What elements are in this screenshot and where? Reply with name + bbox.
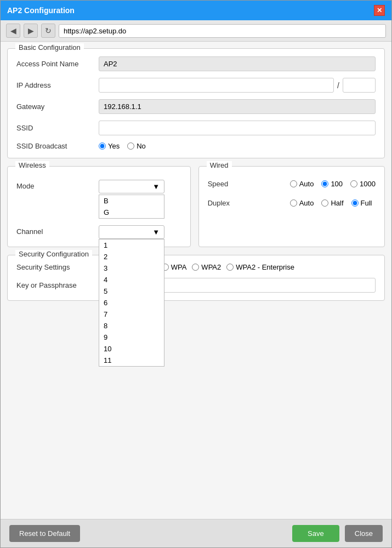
content-area: Basic Configuration Access Point Name IP… — [1, 42, 391, 519]
footer-right-buttons: Save Close — [292, 525, 383, 542]
channel-option-5[interactable]: 5 — [99, 286, 164, 297]
security-wpa-label[interactable]: WPA — [162, 263, 187, 271]
mode-option-b[interactable]: B — [99, 195, 164, 207]
security-wpa2-enterprise-radio[interactable] — [226, 264, 234, 271]
duplex-auto-text: Auto — [299, 199, 314, 207]
channel-row: Channel ▼ 1 2 3 4 5 — [16, 225, 181, 239]
speed-row: Speed Auto 100 — [208, 180, 376, 188]
channel-option-6[interactable]: 6 — [99, 297, 164, 309]
duplex-group: Auto Half Full — [290, 199, 372, 207]
channel-dropdown-list: 1 2 3 4 5 6 7 8 9 10 11 — [99, 239, 164, 367]
ssid-broadcast-yes-radio[interactable] — [99, 142, 106, 150]
ssid-broadcast-yes-text: Yes — [108, 142, 120, 150]
mode-option-g[interactable]: G — [99, 207, 164, 218]
mode-row: Mode ▼ B G — [16, 180, 181, 219]
ssid-broadcast-yes-label[interactable]: Yes — [99, 142, 120, 150]
ap-name-input[interactable] — [99, 56, 376, 71]
security-title: Security Configuration — [15, 250, 92, 258]
wireless-wired-row: Wireless Mode ▼ B G — [7, 166, 385, 247]
gateway-input[interactable] — [99, 99, 376, 114]
channel-option-1[interactable]: 1 — [99, 239, 164, 251]
wired-title: Wired — [207, 161, 232, 169]
channel-option-2[interactable]: 2 — [99, 251, 164, 262]
address-bar[interactable] — [59, 24, 386, 38]
security-wpa2-label[interactable]: WPA2 — [192, 263, 221, 271]
duplex-row: Duplex Auto Half — [208, 199, 376, 207]
duplex-auto-radio[interactable] — [290, 199, 297, 207]
main-window: AP2 Configuration ✕ ◀ ▶ ↻ Basic Configur… — [0, 0, 392, 548]
speed-auto-text: Auto — [299, 180, 314, 188]
ip-prefix-input[interactable] — [343, 78, 376, 93]
gateway-row: Gateway — [16, 99, 376, 114]
channel-label: Channel — [16, 225, 99, 236]
wireless-inner: Mode ▼ B G — [16, 174, 181, 239]
channel-option-11[interactable]: 11 — [99, 355, 164, 366]
duplex-full-label[interactable]: Full — [351, 199, 372, 207]
channel-option-3[interactable]: 3 — [99, 262, 164, 274]
basic-config-title: Basic Configuration — [15, 43, 84, 52]
speed-group: Auto 100 1000 — [290, 180, 376, 188]
mode-select-trigger[interactable]: ▼ — [99, 180, 164, 193]
security-section: Security Configuration Security Settings… — [7, 255, 385, 301]
ssid-broadcast-no-label[interactable]: No — [127, 142, 146, 150]
security-wpa2-enterprise-label[interactable]: WPA2 - Enterprise — [226, 263, 294, 271]
gateway-label: Gateway — [16, 102, 99, 111]
mode-dropdown-list: B G — [99, 195, 164, 219]
forward-button[interactable]: ▶ — [24, 24, 38, 38]
ap-name-row: Access Point Name — [16, 56, 376, 71]
speed-1000-text: 1000 — [360, 180, 376, 188]
mode-select-group: ▼ B G — [99, 180, 164, 219]
ssid-broadcast-no-radio[interactable] — [127, 142, 134, 150]
speed-1000-label[interactable]: 1000 — [350, 180, 376, 188]
ip-label: IP Address — [16, 81, 99, 89]
channel-select-trigger[interactable]: ▼ — [99, 225, 164, 239]
wireless-title: Wireless — [15, 161, 49, 169]
wired-inner: Speed Auto 100 — [208, 174, 376, 207]
ip-slash: / — [337, 81, 339, 90]
wireless-section: Wireless Mode ▼ B G — [7, 166, 191, 247]
speed-label: Speed — [208, 180, 290, 188]
duplex-half-radio[interactable] — [321, 199, 328, 207]
speed-100-radio[interactable] — [321, 180, 328, 187]
speed-1000-radio[interactable] — [350, 180, 357, 187]
ip-address-input[interactable] — [99, 78, 334, 93]
channel-option-9[interactable]: 9 — [99, 332, 164, 343]
ap-name-label: Access Point Name — [16, 60, 99, 68]
security-wpa-text: WPA — [171, 263, 187, 271]
reset-to-default-button[interactable]: Reset to Default — [9, 525, 80, 542]
duplex-full-radio[interactable] — [351, 199, 359, 207]
ssid-input[interactable] — [99, 121, 376, 135]
wired-section: Wired Speed Auto 100 — [198, 166, 385, 247]
nav-bar: ◀ ▶ ↻ — [1, 20, 391, 42]
channel-option-8[interactable]: 8 — [99, 320, 164, 332]
title-bar: AP2 Configuration ✕ — [1, 1, 391, 20]
refresh-button[interactable]: ↻ — [41, 24, 55, 38]
security-wpa2-radio[interactable] — [192, 264, 199, 271]
ssid-broadcast-label: SSID Broadcast — [16, 142, 99, 150]
duplex-auto-label[interactable]: Auto — [290, 199, 314, 207]
close-window-button[interactable]: ✕ — [374, 5, 385, 16]
ip-group: / — [99, 78, 376, 93]
security-wpa2-text: WPA2 — [201, 263, 221, 271]
ip-address-row: IP Address / — [16, 78, 376, 93]
channel-option-10[interactable]: 10 — [99, 343, 164, 355]
mode-label: Mode — [16, 180, 99, 190]
channel-select-wrapper: ▼ 1 2 3 4 5 6 7 8 9 — [99, 225, 164, 239]
back-button[interactable]: ◀ — [6, 24, 20, 38]
close-button[interactable]: Close — [345, 525, 383, 542]
duplex-full-text: Full — [361, 199, 372, 207]
duplex-half-text: Half — [331, 199, 343, 207]
security-settings-label: Security Settings — [16, 263, 99, 271]
speed-100-text: 100 — [331, 180, 343, 188]
channel-select-arrow: ▼ — [152, 228, 160, 236]
speed-auto-label[interactable]: Auto — [290, 180, 314, 188]
security-wpa2-enterprise-text: WPA2 - Enterprise — [236, 263, 294, 271]
channel-option-4[interactable]: 4 — [99, 274, 164, 286]
speed-100-label[interactable]: 100 — [321, 180, 343, 188]
save-button[interactable]: Save — [292, 525, 339, 542]
ssid-row: SSID — [16, 121, 376, 135]
channel-option-7[interactable]: 7 — [99, 309, 164, 320]
key-passphrase-row: Key or Passphrase — [16, 278, 376, 293]
duplex-half-label[interactable]: Half — [321, 199, 343, 207]
speed-auto-radio[interactable] — [290, 180, 297, 187]
